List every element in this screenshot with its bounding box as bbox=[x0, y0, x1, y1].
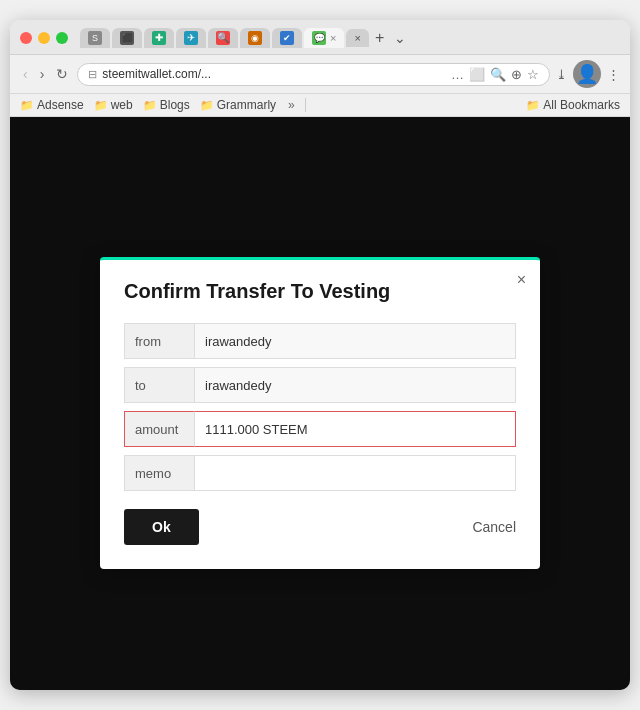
cancel-button[interactable]: Cancel bbox=[472, 519, 516, 535]
tab-3[interactable]: ✚ bbox=[144, 28, 174, 48]
modal-title: Confirm Transfer To Vesting bbox=[124, 280, 516, 303]
bookmark-adsense-icon: 📁 bbox=[20, 99, 34, 112]
bookmark-web-icon: 📁 bbox=[94, 99, 108, 112]
from-label: from bbox=[124, 323, 194, 359]
from-value: irawandedy bbox=[194, 323, 516, 359]
bookmark-grammarly-icon: 📁 bbox=[200, 99, 214, 112]
tab-6[interactable]: ◉ bbox=[240, 28, 270, 48]
tab-bar: S ⬛ ✚ ✈ 🔍 ◉ ✔ 💬 × bbox=[80, 28, 620, 48]
chrome-menu-icon[interactable]: ⋮ bbox=[607, 67, 620, 82]
maximize-window-button[interactable] bbox=[56, 32, 68, 44]
tab-expand-button[interactable]: ⌄ bbox=[394, 30, 406, 46]
modal-overlay: × Confirm Transfer To Vesting from irawa… bbox=[10, 117, 630, 690]
tab-4[interactable]: ✈ bbox=[176, 28, 206, 48]
tab-1[interactable]: S bbox=[80, 28, 110, 48]
tab-7-icon: ✔ bbox=[280, 31, 294, 45]
memo-value[interactable] bbox=[194, 455, 516, 491]
page-content: × Confirm Transfer To Vesting from irawa… bbox=[10, 117, 630, 690]
bookmark-grammarly[interactable]: 📁 Grammarly bbox=[200, 98, 276, 112]
address-bar: ‹ › ↻ ⊟ steemitwallet.com/... … ⬜ 🔍 ⊕ ☆ … bbox=[10, 55, 630, 94]
all-bookmarks-label: All Bookmarks bbox=[543, 98, 620, 112]
ok-button[interactable]: Ok bbox=[124, 509, 199, 545]
address-text: steemitwallet.com/... bbox=[102, 67, 446, 81]
tab-5-icon: 🔍 bbox=[216, 31, 230, 45]
address-input[interactable]: ⊟ steemitwallet.com/... … ⬜ 🔍 ⊕ ☆ bbox=[77, 63, 550, 86]
confirm-transfer-modal: × Confirm Transfer To Vesting from irawa… bbox=[100, 257, 540, 569]
title-bar: S ⬛ ✚ ✈ 🔍 ◉ ✔ 💬 × bbox=[10, 20, 630, 55]
all-bookmarks-button[interactable]: 📁 All Bookmarks bbox=[526, 98, 620, 112]
from-field-row: from irawandedy bbox=[124, 323, 516, 359]
traffic-lights bbox=[20, 32, 68, 44]
close-window-button[interactable] bbox=[20, 32, 32, 44]
to-field-row: to irawandedy bbox=[124, 367, 516, 403]
bookmark-blogs[interactable]: 📁 Blogs bbox=[143, 98, 190, 112]
tab-2-icon: ⬛ bbox=[120, 31, 134, 45]
amount-field-row: amount 1111.000 STEEM bbox=[124, 411, 516, 447]
back-button[interactable]: ‹ bbox=[20, 64, 31, 84]
bookmarks-bar: 📁 Adsense 📁 web 📁 Blogs 📁 Grammarly » 📁 … bbox=[10, 94, 630, 117]
tab-close-x: × bbox=[354, 32, 360, 44]
profile-icon: 👤 bbox=[576, 63, 598, 85]
forward-button[interactable]: › bbox=[37, 64, 48, 84]
bookmark-adsense[interactable]: 📁 Adsense bbox=[20, 98, 84, 112]
tab-7[interactable]: ✔ bbox=[272, 28, 302, 48]
tab-active[interactable]: 💬 × bbox=[304, 28, 344, 48]
minimize-window-button[interactable] bbox=[38, 32, 50, 44]
bookmark-blogs-icon: 📁 bbox=[143, 99, 157, 112]
tab-6-icon: ◉ bbox=[248, 31, 262, 45]
tab-active-close[interactable]: × bbox=[330, 32, 336, 44]
address-translate-icon[interactable]: 🔍 bbox=[490, 67, 506, 82]
browser-window: S ⬛ ✚ ✈ 🔍 ◉ ✔ 💬 × bbox=[10, 20, 630, 690]
address-cast-icon[interactable]: ⬜ bbox=[469, 67, 485, 82]
to-label: to bbox=[124, 367, 194, 403]
tab-4-icon: ✈ bbox=[184, 31, 198, 45]
amount-label: amount bbox=[124, 411, 194, 447]
bookmarks-more-button[interactable]: » bbox=[288, 98, 295, 112]
tab-1-icon: S bbox=[88, 31, 102, 45]
bookmark-grammarly-label: Grammarly bbox=[217, 98, 276, 112]
modal-actions: Ok Cancel bbox=[124, 509, 516, 545]
address-copy-icon[interactable]: … bbox=[451, 67, 464, 82]
extensions-icon[interactable]: ⤓ bbox=[556, 67, 567, 82]
address-zoom-icon[interactable]: ⊕ bbox=[511, 67, 522, 82]
bookmark-web[interactable]: 📁 web bbox=[94, 98, 133, 112]
address-bookmark-icon[interactable]: ☆ bbox=[527, 67, 539, 82]
profile-avatar[interactable]: 👤 bbox=[573, 60, 601, 88]
memo-field-row: memo bbox=[124, 455, 516, 491]
memo-label: memo bbox=[124, 455, 194, 491]
reload-button[interactable]: ↻ bbox=[53, 64, 71, 84]
tab-active-icon: 💬 bbox=[312, 31, 326, 45]
address-security-icon: ⊟ bbox=[88, 68, 97, 81]
tab-5[interactable]: 🔍 bbox=[208, 28, 238, 48]
bookmark-web-label: web bbox=[111, 98, 133, 112]
tab-new[interactable]: × bbox=[346, 29, 368, 47]
to-value: irawandedy bbox=[194, 367, 516, 403]
bookmark-blogs-label: Blogs bbox=[160, 98, 190, 112]
tab-2[interactable]: ⬛ bbox=[112, 28, 142, 48]
bookmark-adsense-label: Adsense bbox=[37, 98, 84, 112]
bookmarks-divider bbox=[305, 98, 306, 112]
tab-3-icon: ✚ bbox=[152, 31, 166, 45]
new-tab-button[interactable]: + bbox=[371, 29, 388, 47]
all-bookmarks-icon: 📁 bbox=[526, 99, 540, 112]
modal-close-button[interactable]: × bbox=[517, 272, 526, 288]
amount-value: 1111.000 STEEM bbox=[194, 411, 516, 447]
